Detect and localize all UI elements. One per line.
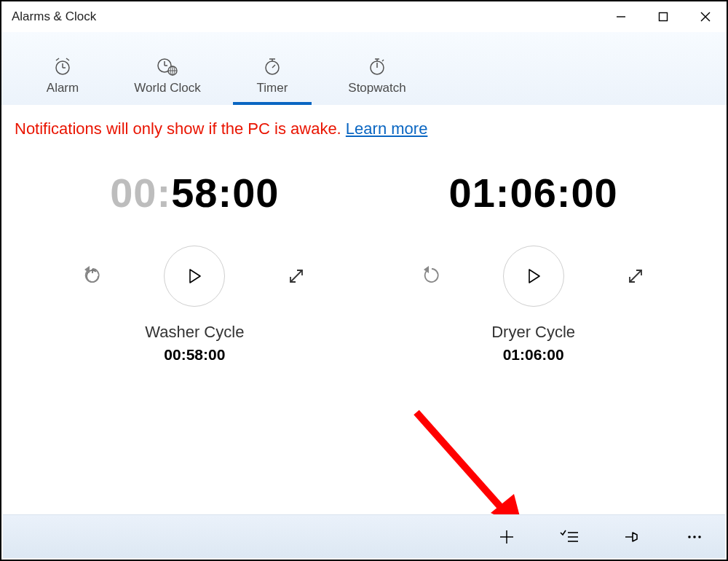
timer-minutes: 06 <box>510 170 557 216</box>
svg-line-30 <box>630 270 641 282</box>
app-window: Alarms & Clock Alarm <box>0 0 728 561</box>
more-icon <box>686 528 703 546</box>
learn-more-link[interactable]: Learn more <box>346 119 428 138</box>
alarm-clock-icon <box>53 56 72 76</box>
expand-icon <box>626 267 645 286</box>
tabs-area: Alarm World Clock Timer Stopwatch <box>1 32 727 105</box>
maximize-button[interactable] <box>642 1 684 32</box>
more-button[interactable] <box>680 522 709 552</box>
timer-name: Dryer Cycle <box>381 323 687 342</box>
timer-controls <box>41 246 347 307</box>
play-button[interactable] <box>164 246 225 307</box>
timer-name: Washer Cycle <box>41 323 347 342</box>
timer-duration: 01:06:00 <box>381 346 687 364</box>
notification-banner: Notifications will only show if the PC i… <box>9 119 719 143</box>
timer-icon <box>263 56 282 76</box>
timer-card-washer: 00:58:00 Washer Cycle 00:58:00 <box>41 169 347 364</box>
timer-minutes: 58 <box>171 170 218 216</box>
minimize-button[interactable] <box>600 1 642 32</box>
add-timer-button[interactable] <box>492 522 521 552</box>
window-title: Alarms & Clock <box>12 9 96 24</box>
svg-line-27 <box>290 270 302 282</box>
minimize-icon <box>616 12 626 22</box>
svg-point-40 <box>693 536 696 538</box>
tab-timer[interactable]: Timer <box>236 42 309 95</box>
plus-icon <box>498 528 515 546</box>
expand-icon <box>287 267 306 286</box>
play-icon <box>525 267 542 285</box>
timer-seconds: 00 <box>571 170 617 216</box>
maximize-icon <box>658 12 668 22</box>
pin-icon <box>622 528 641 546</box>
titlebar: Alarms & Clock <box>1 1 727 32</box>
timer-hours: 00 <box>110 170 157 216</box>
svg-line-24 <box>382 60 384 61</box>
tab-label: Stopwatch <box>348 81 405 95</box>
timer-hours: 01 <box>449 170 496 216</box>
tabs: Alarm World Clock Timer Stopwatch <box>1 32 438 105</box>
command-bar <box>3 514 725 558</box>
timers-row: 00:58:00 Washer Cycle 00:58:00 <box>9 169 719 364</box>
reset-icon-arrow <box>82 265 103 287</box>
timer-duration: 00:58:00 <box>41 346 347 364</box>
reset-icon <box>421 265 443 287</box>
svg-point-41 <box>698 536 701 538</box>
tab-alarm[interactable]: Alarm <box>26 42 99 95</box>
tab-label: Timer <box>257 81 288 95</box>
tab-label: World Clock <box>134 81 200 95</box>
svg-line-8 <box>66 58 69 60</box>
reset-button[interactable] <box>78 262 107 291</box>
tab-stopwatch[interactable]: Stopwatch <box>341 42 414 95</box>
close-button[interactable] <box>684 1 727 32</box>
world-clock-icon <box>157 56 178 76</box>
play-button[interactable] <box>503 246 564 307</box>
svg-point-39 <box>688 536 691 538</box>
close-icon <box>700 12 711 22</box>
list-check-icon <box>560 528 579 546</box>
svg-line-17 <box>272 65 275 68</box>
notification-text: Notifications will only show if the PC i… <box>15 119 346 138</box>
stopwatch-icon <box>368 56 387 76</box>
timer-seconds: 00 <box>232 170 279 216</box>
svg-marker-26 <box>190 270 200 283</box>
svg-rect-1 <box>660 13 668 21</box>
expand-button[interactable] <box>621 262 650 291</box>
pin-button[interactable] <box>617 522 646 552</box>
reset-button[interactable] <box>417 262 446 291</box>
expand-button[interactable] <box>282 262 311 291</box>
tab-world-clock[interactable]: World Clock <box>131 42 204 95</box>
window-controls <box>600 1 727 32</box>
timer-countdown: 00:58:00 <box>41 169 347 216</box>
svg-line-7 <box>56 58 59 60</box>
timer-controls <box>381 246 687 307</box>
svg-marker-29 <box>529 270 539 283</box>
timer-countdown: 01:06:00 <box>381 169 687 216</box>
play-icon <box>186 267 203 285</box>
list-view-button[interactable] <box>555 522 584 552</box>
svg-line-32 <box>416 412 504 511</box>
timer-card-dryer: 01:06:00 Dryer Cycle 01:06:00 <box>381 169 687 364</box>
content-area: Notifications will only show if the PC i… <box>1 105 727 514</box>
tab-label: Alarm <box>47 81 79 95</box>
